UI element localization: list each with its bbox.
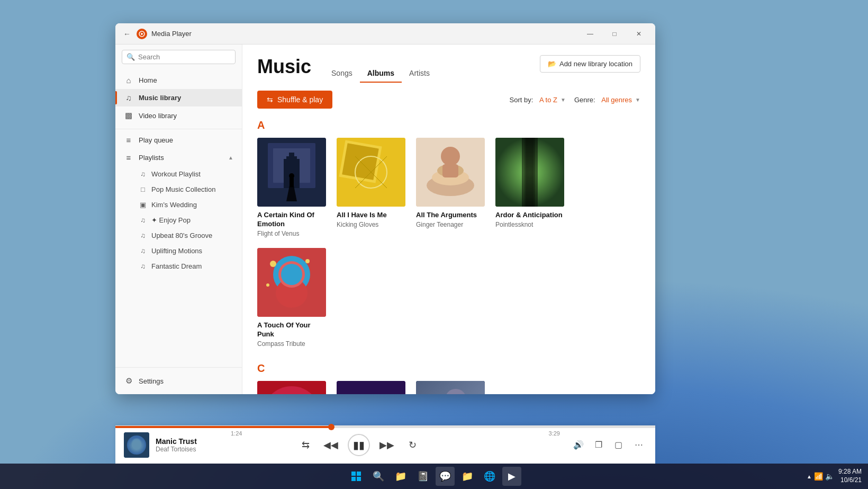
taskbar-media-button[interactable]: ▶ xyxy=(502,467,521,486)
header-right: 📂 Add new library location xyxy=(540,55,640,73)
shuffle-button[interactable]: ⇆ xyxy=(297,437,314,454)
search-input[interactable] xyxy=(138,53,231,61)
sidebar-item-music-library[interactable]: ♫ Music library xyxy=(115,89,242,106)
tab-songs[interactable]: Songs xyxy=(324,65,360,83)
album-card-8[interactable]: Crazy Times Saving Gabrielle xyxy=(416,381,485,394)
playlist-icon-2: □ xyxy=(139,185,147,193)
playlist-icon-5: ♫ xyxy=(139,232,147,239)
taskbar-explorer-button[interactable]: 📁 xyxy=(458,467,477,486)
time-total: 3:29 xyxy=(549,430,560,437)
video-icon: ▩ xyxy=(124,111,133,120)
maximize-button[interactable]: □ xyxy=(602,23,627,45)
sidebar-home-label: Home xyxy=(139,76,157,84)
progress-track[interactable] xyxy=(115,426,655,428)
playlists-header[interactable]: ≡ Playlists ▲ xyxy=(115,149,242,166)
svg-rect-49 xyxy=(124,432,149,458)
sidebar-playlist-enjoy-pop[interactable]: ♫ ✦ Enjoy Pop xyxy=(115,212,242,228)
chevron-up-icon: ▲ xyxy=(228,155,233,161)
album-card-3[interactable]: All The Arguments Ginger Teenager xyxy=(416,138,485,237)
svg-point-9 xyxy=(289,173,294,179)
playlist-label-enjoy-pop: ✦ Enjoy Pop xyxy=(151,216,191,224)
genre-dropdown[interactable]: Genre: All genres ▼ xyxy=(574,96,640,104)
volume-sys-icon[interactable]: 🔈 xyxy=(825,472,834,481)
taskbar-edge-button[interactable]: 🌐 xyxy=(480,467,499,486)
album-card-7[interactable]: Compromise Moves Fast Pete Brown xyxy=(337,381,405,394)
next-button[interactable]: ▶▶ xyxy=(378,437,395,454)
album-cover-8 xyxy=(416,381,485,394)
playlist-icon-4: ♫ xyxy=(139,216,147,224)
playlist-label-upbeat: Upbeat 80's Groove xyxy=(151,232,212,239)
album-title-5: A Touch Of Your Punk xyxy=(257,321,326,339)
wifi-icon[interactable]: 📶 xyxy=(814,472,823,481)
album-card-2[interactable]: All I Have Is Me Kicking Gloves xyxy=(337,138,405,237)
sidebar-item-play-queue[interactable]: ≡ Play queue xyxy=(115,131,242,149)
taskbar-teams-button[interactable]: 💬 xyxy=(436,467,455,486)
sidebar-item-settings[interactable]: ⚙ Settings xyxy=(115,372,242,390)
sidebar-playlist-workout[interactable]: ♫ Workout Playlist xyxy=(115,166,242,182)
repeat-button[interactable]: ↻ xyxy=(404,437,421,454)
progress-handle xyxy=(328,424,334,430)
window-controls: — □ ✕ xyxy=(578,23,651,45)
album-card-6[interactable]: Complete Strangers Corbin Revival xyxy=(257,381,326,394)
pause-button[interactable]: ▮▮ xyxy=(348,434,370,456)
svg-rect-21 xyxy=(442,164,458,177)
taskbar-files-button[interactable]: 📁 xyxy=(391,467,410,486)
search-box[interactable]: 🔍 xyxy=(122,50,236,64)
tab-artists[interactable]: Artists xyxy=(402,65,437,83)
expand-tray-icon[interactable]: ▲ xyxy=(807,474,812,479)
sidebar-playlist-uplifting[interactable]: ♫ Uplifting Motions xyxy=(115,243,242,259)
tab-albums[interactable]: Albums xyxy=(360,65,402,83)
player-artist-name: Deaf Tortoises xyxy=(156,446,219,453)
taskbar-notebooks-button[interactable]: 📓 xyxy=(413,467,432,486)
playlist-icon-1: ♫ xyxy=(139,170,147,178)
sidebar-item-home[interactable]: ⌂ Home xyxy=(115,72,242,89)
music-icon: ♫ xyxy=(124,93,133,102)
previous-button[interactable]: ◀◀ xyxy=(322,437,339,454)
sort-dropdown[interactable]: Sort by: A to Z ▼ xyxy=(510,96,566,104)
main-header: Music Songs Albums Artists 📂 Add ne xyxy=(257,55,640,82)
sidebar-playlist-fantastic[interactable]: ♫ Fantastic Dream xyxy=(115,259,242,274)
minimize-button[interactable]: — xyxy=(578,23,602,45)
taskbar-search-button[interactable]: 🔍 xyxy=(369,467,388,486)
sidebar-item-video-library[interactable]: ▩ Video library xyxy=(115,106,242,125)
album-card-1[interactable]: A Certain Kind Of Emotion Flight of Venu… xyxy=(257,138,326,237)
playlist-label-pop: Pop Music Collection xyxy=(151,185,215,193)
back-button[interactable]: ← xyxy=(120,26,134,41)
album-cover-1 xyxy=(257,138,326,207)
svg-rect-26 xyxy=(526,138,534,207)
sidebar-playlist-upbeat[interactable]: ♫ Upbeat 80's Groove xyxy=(115,228,242,243)
taskbar: 🔍 📁 📓 💬 📁 🌐 ▶ ▲ 📶 🔈 9:28 AM 10/6/21 xyxy=(0,464,868,489)
toolbar-row: ⇆ Shuffle & play Sort by: A to Z ▼ Genre… xyxy=(257,91,640,109)
album-card-5[interactable]: A Touch Of Your Punk Compass Tribute xyxy=(257,248,326,348)
miniplayer-button[interactable]: ▢ xyxy=(611,437,627,453)
add-library-button[interactable]: 📂 Add new library location xyxy=(540,55,640,73)
main-content: Music Songs Albums Artists 📂 Add ne xyxy=(242,45,655,394)
shuffle-play-button[interactable]: ⇆ Shuffle & play xyxy=(257,91,332,109)
svg-rect-53 xyxy=(351,472,356,476)
sort-chevron-icon: ▼ xyxy=(560,97,566,103)
fullscreen-button[interactable]: ❐ xyxy=(591,437,607,453)
settings-icon: ⚙ xyxy=(124,376,133,386)
taskbar-clock[interactable]: 9:28 AM 10/6/21 xyxy=(838,468,862,484)
album-artist-1: Flight of Venus xyxy=(257,230,326,237)
sidebar-playlist-wedding[interactable]: ▣ Kim's Wedding xyxy=(115,197,242,212)
sidebar-playlist-pop[interactable]: □ Pop Music Collection xyxy=(115,182,242,197)
queue-icon: ≡ xyxy=(124,136,133,145)
taskbar-start-button[interactable] xyxy=(347,467,366,486)
volume-button[interactable]: 🔊 xyxy=(571,437,586,453)
sidebar-video-label: Video library xyxy=(139,112,177,120)
sidebar-nav: ⌂ Home ♫ Music library ▩ Video library xyxy=(115,69,242,127)
svg-marker-1 xyxy=(141,32,144,35)
search-icon: 🔍 xyxy=(126,53,135,61)
player-info: Manic Trust Deaf Tortoises xyxy=(156,437,219,453)
player-thumbnail xyxy=(124,432,149,458)
home-icon: ⌂ xyxy=(124,76,133,85)
progress-fill xyxy=(115,426,331,428)
media-player-window: ← Media Player — □ ✕ 🔍 ⌂ Home xyxy=(115,23,655,394)
album-card-4[interactable]: Ardor & Anticipation Pointlessknot xyxy=(495,138,564,237)
more-options-button[interactable]: ⋯ xyxy=(631,437,647,453)
section-letter-c: C xyxy=(257,362,640,375)
time-elapsed: 1:24 xyxy=(231,430,242,437)
svg-point-34 xyxy=(266,283,269,287)
close-button[interactable]: ✕ xyxy=(627,23,651,45)
